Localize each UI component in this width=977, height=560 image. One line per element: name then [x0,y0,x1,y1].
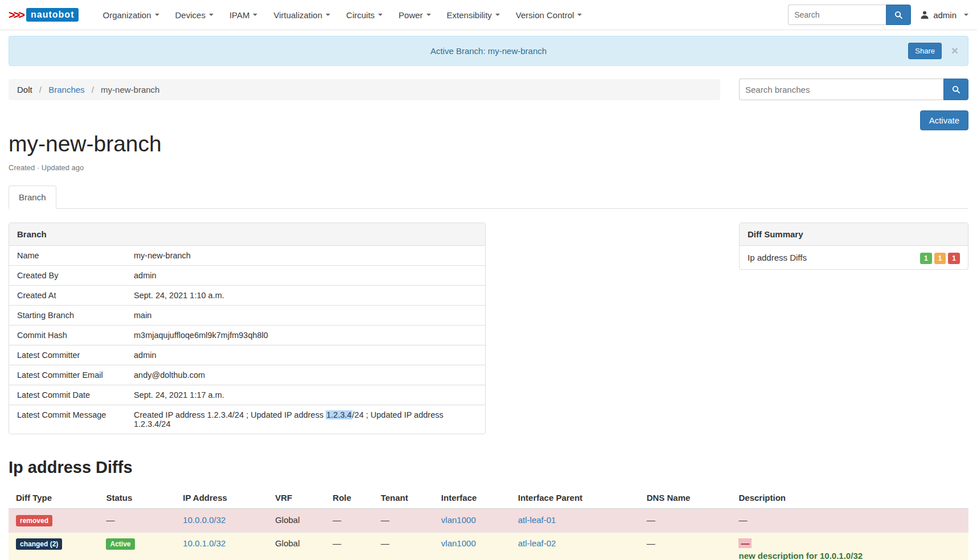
menu-virtualization[interactable]: Virtualization [265,0,338,30]
attr-value-commit-message: Created IP address 1.2.3.4/24 ; Updated … [126,405,485,434]
table-row-removed: removed — 10.0.0.0/32 Global — — vlan100… [9,509,968,533]
table-header-row: Diff Type Status IP Address VRF Role Ten… [9,487,968,509]
attr-value: andy@dolthub.com [126,365,485,385]
attr-value: admin [126,345,485,365]
top-navbar: >>> nautobot Organization Devices IPAM V… [0,0,977,30]
panels-row: Branch Namemy-new-branch Created Byadmin… [9,223,968,434]
table-row: Latest Committer Emailandy@dolthub.com [9,365,485,385]
breadcrumb-branches-link[interactable]: Branches [48,85,84,94]
interface-parent-link[interactable]: atl-leaf-02 [518,538,556,548]
menu-label: Virtualization [273,10,322,20]
activate-row: Activate [9,110,968,130]
ip-address-link[interactable]: 10.0.1.0/32 [183,538,225,548]
cell-dns-name: — [639,533,732,560]
column-header-interface-parent: Interface Parent [511,487,639,509]
interface-link[interactable]: vlan1000 [441,515,476,525]
interface-link[interactable]: vlan1000 [441,538,476,548]
active-branch-banner: Active Branch: my-new-branch Share × [9,36,968,66]
branch-attributes-table: Namemy-new-branch Created Byadmin Create… [9,246,485,434]
chevron-down-icon [577,14,582,16]
cell-tenant: — [373,533,434,560]
changed-badge: changed (2) [16,538,62,550]
active-branch-text: Active Branch: my-new-branch [430,46,547,56]
close-icon[interactable]: × [951,44,958,56]
activate-button[interactable]: Activate [920,110,968,130]
username: admin [933,10,957,20]
breadcrumb-separator: / [92,85,94,94]
chevron-down-icon [495,14,500,16]
column-header-status[interactable]: Status [98,487,175,509]
chevron-down-icon [426,14,431,16]
menu-organization[interactable]: Organization [95,0,167,30]
attr-value: my-new-branch [126,246,485,266]
ip-address-link[interactable]: 10.0.0.0/32 [183,515,225,525]
branch-search-button[interactable] [943,79,968,100]
description-new-value: new description for 10.0.1.0/32 [738,551,961,560]
attr-value: main [126,306,485,326]
column-header-diff-type[interactable]: Diff Type [9,487,98,509]
tabs: Branch [9,186,968,209]
user-menu[interactable]: admin [920,10,968,20]
column-header-ip-address[interactable]: IP Address [175,487,268,509]
menu-power[interactable]: Power [391,0,439,30]
table-row: Latest Committeradmin [9,345,485,365]
cell-role: — [325,533,373,560]
page-subtitle: Created · Updated ago [9,163,968,172]
diff-summary-row: Ip address Diffs 111 [740,246,968,269]
cell-tenant: — [373,509,434,533]
nautobot-logo[interactable]: >>> nautobot [9,8,79,22]
attr-label: Name [9,246,126,266]
diff-summary-title: Diff Summary [740,223,968,246]
share-button[interactable]: Share [908,43,942,59]
menu-label: IPAM [229,10,250,20]
menu-label: Power [399,10,423,20]
column-header-tenant[interactable]: Tenant [373,487,434,509]
cell-ip-address: 10.0.0.0/32 [175,509,268,533]
branch-panel-title: Branch [9,223,485,246]
logo-chevrons-icon: >>> [9,9,23,22]
menu-circuits[interactable]: Circuits [338,0,391,30]
breadcrumb-row: Dolt / Branches / my-new-branch [9,79,968,100]
cell-interface-parent: atl-leaf-01 [511,509,639,533]
column-header-vrf[interactable]: VRF [268,487,325,509]
column-header-dns-name[interactable]: DNS Name [639,487,732,509]
table-row: Namemy-new-branch [9,246,485,266]
changed-count-badge: 1 [934,253,946,264]
table-row: Created AtSept. 24, 2021 1:10 a.m. [9,286,485,306]
column-header-role[interactable]: Role [325,487,373,509]
global-search-button[interactable] [886,5,911,25]
added-count-badge: 1 [920,253,932,264]
table-row-changed: changed (2) Active 10.0.1.0/32 Global — … [9,533,968,560]
removed-badge: removed [16,515,52,526]
description-old-value: — [738,538,752,548]
cell-description: — [731,509,968,533]
branch-panel: Branch Namemy-new-branch Created Byadmin… [9,223,486,434]
attr-label: Latest Committer Email [9,365,126,385]
navbar-right: admin [788,5,968,25]
chevron-down-icon [378,14,383,16]
diff-summary-label: Ip address Diffs [748,253,807,262]
removed-count-badge: 1 [948,253,960,264]
global-search-input[interactable] [788,5,886,25]
cell-ip-address: 10.0.1.0/32 [175,533,268,560]
breadcrumb: Dolt / Branches / my-new-branch [9,79,720,100]
menu-label: Circuits [346,10,375,20]
commit-message-selection: 1.2.3.4 [326,410,352,419]
menu-version-control[interactable]: Version Control [508,0,590,30]
cell-interface: vlan1000 [434,533,511,560]
branch-search-input[interactable] [739,79,943,100]
tab-branch[interactable]: Branch [9,186,56,209]
interface-parent-link[interactable]: atl-leaf-01 [518,515,556,525]
menu-devices[interactable]: Devices [167,0,221,30]
menu-label: Organization [102,10,151,20]
attr-label: Created At [9,286,126,306]
table-row: Latest Commit DateSept. 24, 2021 1:17 a.… [9,385,485,405]
chevron-down-icon [326,14,330,16]
chevron-down-icon [253,14,257,16]
menu-ipam[interactable]: IPAM [221,0,266,30]
attr-label: Commit Hash [9,326,126,345]
menu-label: Devices [175,10,206,20]
cell-role: — [325,509,373,533]
column-header-description[interactable]: Description [731,487,968,509]
menu-extensibility[interactable]: Extensibility [439,0,508,30]
